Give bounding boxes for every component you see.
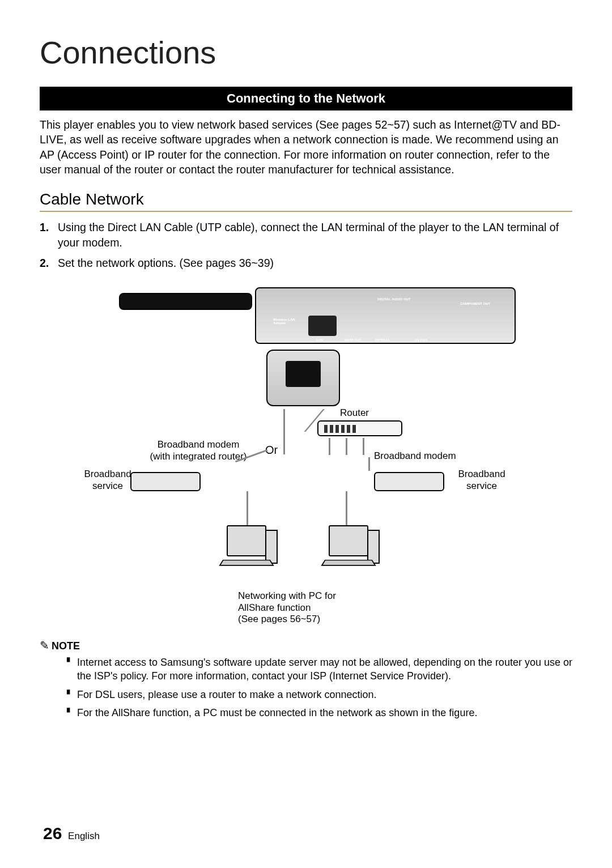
- step-text: Set the network options. (See pages 36~3…: [58, 257, 274, 269]
- router-icon: [317, 420, 402, 436]
- caption-l1: Networking with PC for: [238, 590, 336, 601]
- panel-label-hdmi: HDMI OUT: [345, 338, 362, 342]
- broadband-service-left-label: Broadband service: [79, 469, 136, 492]
- note-item: For the AllShare function, a PC must be …: [67, 706, 572, 720]
- caption-l2: AllShare function: [238, 602, 311, 613]
- modem-left-icon: [130, 469, 227, 497]
- step-item: 1.Using the Direct LAN Cable (UTP cable)…: [40, 220, 572, 250]
- step-item: 2.Set the network options. (See pages 36…: [40, 256, 572, 270]
- intro-paragraph: This player enables you to view network …: [40, 117, 572, 177]
- cable-r1: [329, 438, 330, 455]
- pc-right-icon: [312, 525, 385, 582]
- step-list: 1.Using the Direct LAN Cable (UTP cable)…: [40, 220, 572, 270]
- cable-to-pc-left: [246, 491, 248, 525]
- page-footer: 26 English: [43, 824, 100, 843]
- step-number: 2.: [40, 256, 49, 270]
- note-label: NOTE: [52, 640, 80, 652]
- player-front-strip: [119, 293, 252, 310]
- cable-to-right-modem: [368, 457, 370, 471]
- broadband-service-right-label: Broadband service: [453, 469, 510, 492]
- note-list: Internet access to Samsung's software up…: [40, 656, 572, 720]
- panel-label-digital-audio: DIGITAL AUDIO OUT: [377, 297, 411, 301]
- modem-integrated-l2: (with integrated router): [150, 451, 246, 462]
- lan-port-icon: [308, 316, 337, 336]
- subsection-heading: Cable Network: [40, 190, 572, 212]
- panel-label-avout: AV OUT: [415, 338, 427, 342]
- step-number: 1.: [40, 220, 49, 235]
- pc-left-icon: [210, 525, 283, 582]
- modem-integrated-label: Broadband modem (with integrated router): [142, 439, 255, 462]
- network-diagram: Wireless LAN Adapter LAN HDMI OUT OPTICA…: [91, 282, 521, 633]
- cable-left: [283, 409, 285, 454]
- player-back-panel: Wireless LAN Adapter LAN HDMI OUT OPTICA…: [255, 287, 516, 344]
- modem-integrated-l1: Broadband modem: [158, 439, 240, 450]
- note-heading: ✎NOTE: [40, 639, 572, 652]
- step-text: Using the Direct LAN Cable (UTP cable), …: [58, 221, 559, 248]
- bs-right-text: Broadband service: [458, 469, 505, 491]
- broadband-modem-label: Broadband modem: [374, 450, 456, 462]
- panel-label-component: COMPONENT OUT: [460, 302, 490, 305]
- page-language: English: [68, 831, 100, 841]
- cable-to-pc-right: [346, 491, 347, 525]
- note-icon: ✎: [40, 639, 49, 652]
- router-label: Router: [340, 407, 369, 419]
- panel-label-optical: OPTICAL: [375, 338, 390, 342]
- section-heading-bar: Connecting to the Network: [40, 87, 572, 110]
- panel-label-wireless: Wireless LAN Adapter: [273, 318, 303, 325]
- bs-left-text: Broadband service: [84, 469, 131, 491]
- diagram-caption: Networking with PC for AllShare function…: [238, 590, 363, 625]
- note-item: For DSL users, please use a router to ma…: [67, 688, 572, 701]
- page-number: 26: [43, 824, 62, 843]
- note-item: Internet access to Samsung's software up…: [67, 656, 572, 683]
- cable-r2: [346, 438, 347, 455]
- caption-l3: (See pages 56~57): [238, 614, 320, 624]
- panel-label-lan: LAN: [316, 338, 323, 342]
- chapter-title: Connections: [40, 34, 572, 71]
- lan-port-enlarged: [266, 350, 340, 406]
- cable-r3: [363, 438, 364, 455]
